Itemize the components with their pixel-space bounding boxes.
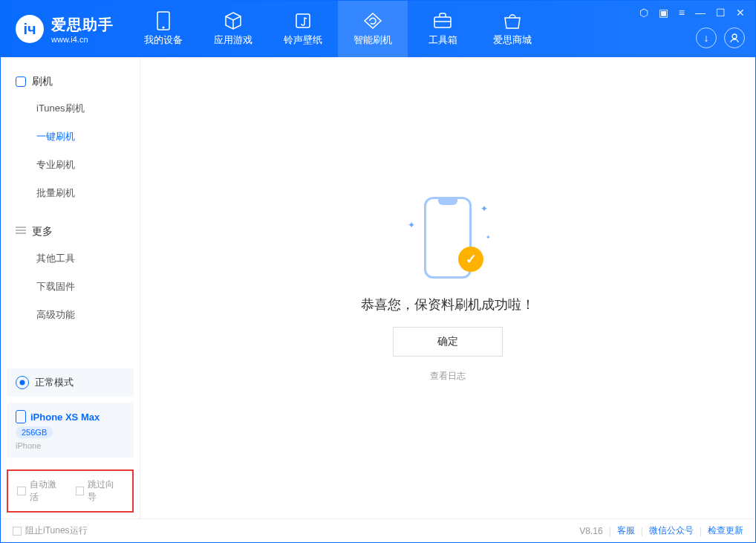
sidebar-item-advanced[interactable]: 高级功能 (1, 301, 140, 329)
refresh-icon (363, 11, 382, 30)
checkbox-label: 阻止iTunes运行 (25, 524, 88, 537)
cube-icon (224, 11, 243, 30)
checkbox-icon (13, 527, 22, 536)
mode-label: 正常模式 (35, 376, 74, 389)
device-capacity: 256GB (16, 426, 53, 438)
sidebar-item-pro-flash[interactable]: 专业刷机 (1, 151, 140, 179)
shirt-icon[interactable]: ⬡ (639, 7, 648, 19)
app-subtitle: www.i4.cn (51, 35, 114, 44)
sidebar-item-batch-flash[interactable]: 批量刷机 (1, 179, 140, 207)
link-update[interactable]: 检查更新 (708, 524, 743, 537)
section-title: 更多 (32, 225, 53, 238)
shop-icon (503, 11, 522, 30)
settings-icon[interactable]: ▣ (659, 7, 668, 19)
checkbox-icon (76, 487, 85, 495)
footer: 阻止iTunes运行 V8.16 | 客服 | 微信公众号 | 检查更新 (1, 518, 755, 542)
checkbox-block-itunes[interactable]: 阻止iTunes运行 (13, 524, 88, 537)
svg-point-1 (163, 27, 165, 29)
window-controls: ⬡ ▣ ≡ — ☐ ✕ (639, 1, 745, 19)
checkbox-label: 跳过向导 (88, 478, 123, 504)
user-button[interactable] (724, 27, 745, 48)
sidebar-item-download-firmware[interactable]: 下载固件 (1, 273, 140, 301)
toolbox-icon (433, 11, 452, 30)
sidebar-section-flash: 刷机 (1, 69, 140, 94)
tab-label: 智能刷机 (353, 33, 392, 47)
version-label: V8.16 (579, 526, 602, 536)
device-name: iPhone XS Max (30, 412, 100, 423)
sidebar-section-more: 更多 (1, 219, 140, 244)
more-icon (16, 227, 26, 237)
device-icon (154, 11, 173, 30)
close-button[interactable]: ✕ (736, 7, 745, 19)
tab-my-device[interactable]: 我的设备 (128, 1, 198, 57)
options-highlighted: 自动激活 跳过向导 (7, 469, 134, 513)
link-service[interactable]: 客服 (617, 524, 635, 537)
device-info[interactable]: iPhone XS Max 256GB iPhone (7, 403, 134, 458)
header-bar: iч 爱思助手 www.i4.cn 我的设备 应用游戏 铃声壁纸 智能刷机 (1, 1, 755, 57)
check-badge-icon: ✓ (458, 247, 483, 272)
sparkle-icon: ✦ (480, 204, 488, 214)
minimize-button[interactable]: — (695, 7, 706, 19)
maximize-button[interactable]: ☐ (716, 7, 726, 19)
logo-icon: iч (16, 15, 44, 43)
tab-ringtone-wallpaper[interactable]: 铃声壁纸 (268, 1, 338, 57)
main-content: ✦ ✦ ✦ ✓ 恭喜您，保资料刷机成功啦！ 确定 查看日志 (140, 57, 755, 518)
tab-apps-games[interactable]: 应用游戏 (198, 1, 268, 57)
sparkle-icon: ✦ (408, 220, 415, 230)
mode-status[interactable]: 正常模式 (7, 368, 134, 397)
sidebar-item-onekey-flash[interactable]: 一键刷机 (1, 123, 140, 151)
tab-label: 爱思商城 (493, 33, 532, 47)
success-message: 恭喜您，保资料刷机成功啦！ (361, 296, 535, 313)
sidebar-item-itunes-flash[interactable]: iTunes刷机 (1, 94, 140, 123)
logo: iч 爱思助手 www.i4.cn (1, 15, 128, 44)
section-title: 刷机 (32, 75, 53, 88)
checkbox-icon (17, 487, 26, 495)
checkbox-auto-activate[interactable]: 自动激活 (17, 478, 65, 504)
download-button[interactable]: ↓ (696, 27, 717, 48)
checkbox-skip-guide[interactable]: 跳过向导 (76, 478, 124, 504)
menu-icon[interactable]: ≡ (679, 7, 685, 19)
device-type: iPhone (16, 441, 125, 450)
music-icon (293, 11, 313, 30)
app-title: 爱思助手 (51, 15, 114, 35)
tab-label: 应用游戏 (214, 33, 252, 47)
view-log-link[interactable]: 查看日志 (430, 370, 466, 383)
link-wechat[interactable]: 微信公众号 (649, 524, 694, 537)
tab-label: 铃声壁纸 (284, 33, 322, 47)
phone-icon (16, 410, 26, 423)
tab-shop[interactable]: 爱思商城 (478, 1, 547, 57)
tab-toolbox[interactable]: 工具箱 (408, 1, 478, 57)
success-illustration: ✦ ✦ ✦ ✓ (403, 193, 492, 282)
confirm-button[interactable]: 确定 (393, 327, 503, 357)
svg-rect-3 (434, 17, 451, 27)
sidebar: 刷机 iTunes刷机 一键刷机 专业刷机 批量刷机 更多 其他工具 下载固件 … (1, 57, 140, 518)
mode-icon (16, 376, 29, 389)
tab-label: 我的设备 (144, 33, 183, 47)
nav-tabs: 我的设备 应用游戏 铃声壁纸 智能刷机 工具箱 爱思商城 (128, 1, 547, 57)
tab-smart-flash[interactable]: 智能刷机 (338, 1, 408, 57)
sparkle-icon: ✦ (486, 234, 491, 241)
device-small-icon (16, 77, 26, 87)
svg-point-4 (732, 34, 737, 39)
checkbox-label: 自动激活 (30, 478, 65, 504)
tab-label: 工具箱 (428, 33, 457, 47)
sidebar-item-other-tools[interactable]: 其他工具 (1, 244, 140, 273)
